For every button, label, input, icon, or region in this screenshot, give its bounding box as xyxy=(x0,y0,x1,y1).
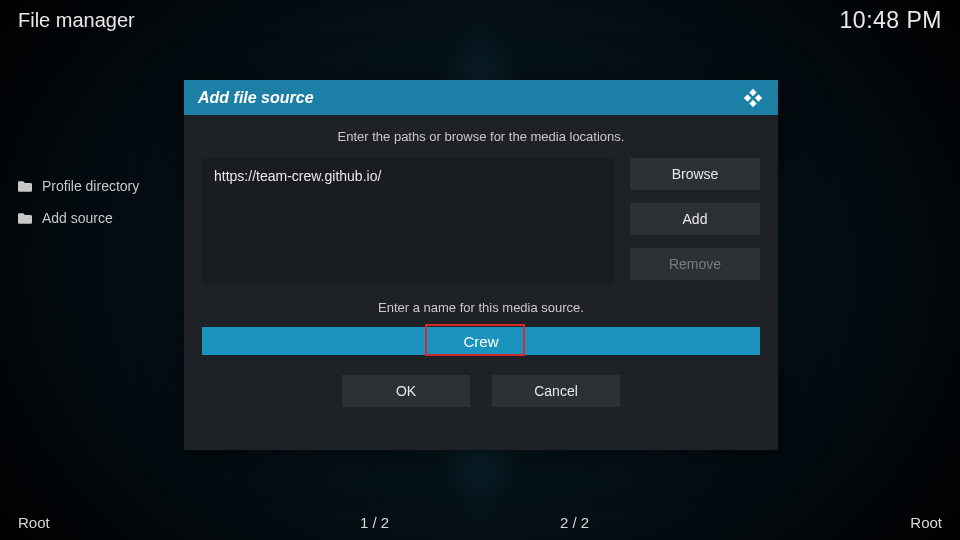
ok-button[interactable]: OK xyxy=(342,375,470,407)
footer-pager-right: 2 / 2 xyxy=(560,514,589,531)
sidebar-item-add-source[interactable]: Add source xyxy=(14,202,174,234)
footer-root-left: Root xyxy=(18,514,50,531)
page-title: File manager xyxy=(18,9,135,32)
folder-icon xyxy=(18,181,32,192)
sidebar-item-label: Add source xyxy=(42,210,113,226)
dialog-title: Add file source xyxy=(198,89,314,107)
source-name-value: Crew xyxy=(463,333,498,350)
folder-icon xyxy=(18,213,32,224)
source-name-input[interactable]: Crew xyxy=(202,327,760,355)
remove-button: Remove xyxy=(630,248,760,280)
dialog-instruction-name: Enter a name for this media source. xyxy=(202,300,760,315)
kodi-logo-icon xyxy=(742,87,764,109)
clock: 10:48 PM xyxy=(840,7,942,34)
dialog-instruction-paths: Enter the paths or browse for the media … xyxy=(202,129,760,144)
dialog-titlebar: Add file source xyxy=(184,80,778,115)
paths-list[interactable]: https://team-crew.github.io/ xyxy=(202,158,614,284)
footer-pager-left: 1 / 2 xyxy=(360,514,389,531)
add-button[interactable]: Add xyxy=(630,203,760,235)
footer: Root 1 / 2 2 / 2 Root xyxy=(0,504,960,540)
add-file-source-dialog: Add file source Enter the paths or brows… xyxy=(184,80,778,450)
browse-button[interactable]: Browse xyxy=(630,158,760,190)
sidebar: Profile directory Add source xyxy=(14,170,174,234)
sidebar-item-label: Profile directory xyxy=(42,178,139,194)
sidebar-item-profile-directory[interactable]: Profile directory xyxy=(14,170,174,202)
cancel-button[interactable]: Cancel xyxy=(492,375,620,407)
path-entry[interactable]: https://team-crew.github.io/ xyxy=(214,168,602,184)
footer-root-right: Root xyxy=(910,514,942,531)
